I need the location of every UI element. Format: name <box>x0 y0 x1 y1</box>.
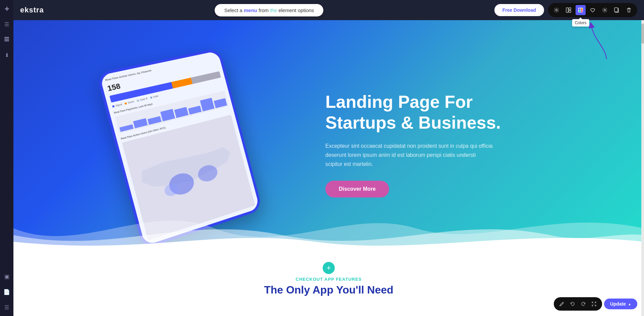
bottom-tool-group <box>554 297 602 311</box>
svg-rect-0 <box>4 39 9 40</box>
left-sidebar: ✚ ☰ ⬇ ▣ 📄 ☰ <box>0 0 13 316</box>
svg-rect-9 <box>581 8 583 10</box>
mini-bar-5 <box>174 107 189 118</box>
right-scrollbar[interactable] <box>641 20 644 316</box>
checkout-app-label: Checkout App Features <box>296 277 362 282</box>
toolbar-colors-icon[interactable]: Colors <box>576 5 586 15</box>
toolbar-settings-icon[interactable] <box>551 5 561 15</box>
svg-rect-5 <box>569 8 571 10</box>
toolbar-trash-icon[interactable] <box>624 5 634 15</box>
sidebar-icon-menu[interactable]: ☰ <box>2 19 11 29</box>
select-menu-hint: Select a menu from the element options <box>215 4 323 16</box>
bar-orange <box>171 78 193 88</box>
svg-rect-6 <box>569 10 571 12</box>
bottom-toolbar: Update ▲ <box>554 297 637 311</box>
update-chevron-icon: ▲ <box>628 302 631 306</box>
toolbar-copy-icon[interactable] <box>612 5 622 15</box>
mini-bar-2 <box>133 118 148 128</box>
mini-bar-4 <box>160 109 175 122</box>
sidebar-icon-list[interactable]: ☰ <box>2 303 11 312</box>
svg-rect-2 <box>4 37 9 38</box>
wave-decoration <box>13 201 644 255</box>
toolbar-heart-icon[interactable] <box>588 5 598 15</box>
discover-more-button[interactable]: Discover More <box>325 181 389 197</box>
sidebar-icon-screen[interactable]: ▣ <box>2 272 11 281</box>
svg-rect-8 <box>579 8 581 10</box>
hero-title: Landing Page For Startups & Business. <box>325 91 610 133</box>
the-highlight: the <box>270 7 277 13</box>
sidebar-icon-layers[interactable] <box>2 35 11 44</box>
scrollbar-thumb[interactable] <box>641 24 644 44</box>
bottom-expand-icon[interactable] <box>589 299 599 309</box>
toolbar-settings2-icon[interactable] <box>600 5 610 15</box>
hero-text: Landing Page For Startups & Business. Ex… <box>325 78 644 197</box>
svg-point-3 <box>556 9 557 11</box>
legend-item-3: Solar B <box>137 97 148 102</box>
svg-rect-11 <box>581 10 583 12</box>
below-hero-section: + Checkout App Features The Only App You… <box>13 255 644 316</box>
mini-bar-7 <box>200 98 214 111</box>
brand-logo: ekstra <box>20 6 44 14</box>
section-heading: The Only App You'll Need <box>264 284 393 296</box>
mini-bar-6 <box>188 106 202 115</box>
toolbar-layout-icon[interactable] <box>564 5 574 15</box>
top-bar: ekstra Select a menu from the element op… <box>13 0 644 20</box>
svg-rect-14 <box>614 8 618 12</box>
legend-item-4: Solar <box>150 95 159 99</box>
sidebar-icon-download[interactable]: ⬇ <box>2 50 11 60</box>
bottom-redo-icon[interactable] <box>579 299 588 309</box>
bottom-pen-icon[interactable] <box>557 299 567 309</box>
mini-bar-8 <box>214 98 227 108</box>
plus-circle[interactable]: + <box>323 262 335 274</box>
svg-rect-1 <box>4 40 9 41</box>
mini-bar-1 <box>119 125 133 132</box>
menu-highlight: menu <box>244 7 257 13</box>
sidebar-icon-add[interactable]: ✚ <box>2 4 11 13</box>
bottom-undo-icon[interactable] <box>568 299 577 309</box>
svg-rect-4 <box>566 8 568 12</box>
free-download-button[interactable]: Free Download <box>494 4 544 16</box>
toolbar-group: Colors <box>548 3 637 17</box>
legend-item-1: Signal <box>112 103 122 108</box>
legend-item-2: Direct <box>124 100 134 105</box>
main-canvas: Real-Time Active Users, by Channel 158 S… <box>13 20 644 316</box>
sidebar-icon-page[interactable]: 📄 <box>2 287 11 297</box>
svg-point-12 <box>604 9 606 11</box>
svg-rect-10 <box>579 10 581 12</box>
mini-bar-3 <box>148 116 162 125</box>
top-bar-right: Free Download <box>494 3 637 17</box>
hero-section: Real-Time Active Users, by Channel 158 S… <box>13 20 644 255</box>
hero-description: Excepteur sint occaecat cupidatat non pr… <box>325 141 493 169</box>
update-button[interactable]: Update ▲ <box>604 299 637 309</box>
